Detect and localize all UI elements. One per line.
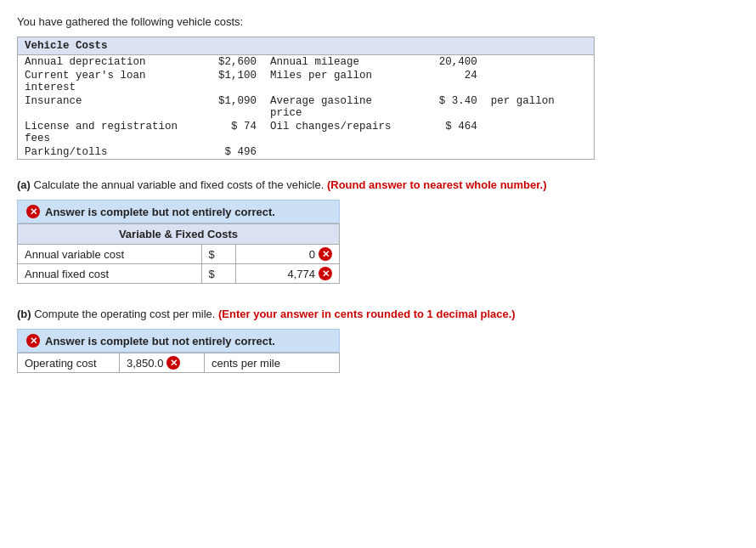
vfc-row-value: 0 ✕ <box>236 245 340 264</box>
vehicle-row-val1: $1,090 <box>187 94 263 120</box>
op-value-wrapper: 3,850.0 ✕ <box>127 356 180 370</box>
part-b-banner-text: Answer is complete but not entirely corr… <box>45 335 275 347</box>
vehicle-row-val2: $ 464 <box>416 120 484 145</box>
vfc-row-label: Annual fixed cost <box>18 264 202 284</box>
vehicle-table-row: Insurance $1,090 Average gasoline price … <box>18 94 595 120</box>
intro-text: You have gathered the following vehicle … <box>17 15 739 28</box>
op-value-cell: 3,850.0 ✕ <box>120 353 205 373</box>
vehicle-row-val1: $1,100 <box>187 69 263 94</box>
operating-cost-table: Operating cost 3,850.0 ✕ cents per mile <box>17 353 340 373</box>
vehicle-row-val2: 20,400 <box>416 55 484 70</box>
vehicle-row-label2: Oil changes/repairs <box>263 120 416 145</box>
part-b-label: (b) <box>17 308 31 320</box>
part-b-text: Compute the operating cost per mile. <box>34 308 218 320</box>
vehicle-row-val1: $ 496 <box>187 145 263 160</box>
vehicle-table-row: Annual depreciation $2,600 Annual mileag… <box>18 55 595 70</box>
vehicle-row-val3 <box>484 55 595 70</box>
part-b-section: (b) Compute the operating cost per mile.… <box>17 308 739 373</box>
error-icon-b: ✕ <box>26 334 40 347</box>
vehicle-row-label: Annual depreciation <box>18 55 188 70</box>
vehicle-row-val1: $ 74 <box>187 120 263 145</box>
vehicle-row-label: License and registration fees <box>18 120 188 145</box>
part-a-section: (a) Calculate the annual variable and fi… <box>17 178 739 284</box>
operating-cost-row: Operating cost 3,850.0 ✕ cents per mile <box>18 353 340 373</box>
vehicle-row-val2 <box>416 145 484 160</box>
vehicle-table-header: Vehicle Costs <box>18 37 595 55</box>
vehicle-row-val2: $ 3.40 <box>416 94 484 120</box>
vehicle-row-label2: Miles per gallon <box>263 69 416 94</box>
vfc-table-header: Variable & Fixed Costs <box>18 224 340 245</box>
vfc-row-dollar: $ <box>201 264 236 284</box>
part-a-answer-banner: ✕ Answer is complete but not entirely co… <box>17 200 340 223</box>
vehicle-row-label: Parking/tolls <box>18 145 188 160</box>
part-a-banner-text: Answer is complete but not entirely corr… <box>45 206 275 218</box>
vehicle-costs-table: Vehicle Costs Annual depreciation $2,600… <box>17 37 595 160</box>
vehicle-row-val3 <box>484 69 595 94</box>
vehicle-table-row: Parking/tolls $ 496 <box>18 145 595 160</box>
error-icon-a: ✕ <box>26 205 40 218</box>
part-a-heading: (a) Calculate the annual variable and fi… <box>17 178 739 191</box>
vehicle-row-label2: Average gasoline price <box>263 94 416 120</box>
vehicle-row-label2: Annual mileage <box>263 55 416 70</box>
vehicle-row-val1: $2,600 <box>187 55 263 70</box>
part-b-answer-banner: ✕ Answer is complete but not entirely co… <box>17 329 340 353</box>
vehicle-row-val3 <box>484 120 595 145</box>
part-a-label: (a) <box>17 178 31 191</box>
op-value: 3,850.0 <box>127 357 163 370</box>
vehicle-row-label: Insurance <box>18 94 188 120</box>
op-unit: cents per mile <box>205 353 340 373</box>
vfc-error-icon: ✕ <box>319 267 332 280</box>
vfc-row: Annual variable cost $ 0 ✕ <box>18 245 340 264</box>
vehicle-row-val3: per gallon <box>484 94 595 120</box>
op-label: Operating cost <box>18 353 120 373</box>
vehicle-row-label2 <box>263 145 416 160</box>
vehicle-row-val3 <box>484 145 595 160</box>
variable-fixed-costs-table: Variable & Fixed Costs Annual variable c… <box>17 223 340 284</box>
vehicle-row-label: Current year's loan interest <box>18 69 188 94</box>
vehicle-row-val2: 24 <box>416 69 484 94</box>
part-b-heading: (b) Compute the operating cost per mile.… <box>17 308 739 320</box>
vfc-row-value: 4,774 ✕ <box>236 264 340 284</box>
part-b-bold: (Enter your answer in cents rounded to 1… <box>218 308 516 320</box>
vfc-row-dollar: $ <box>201 245 236 264</box>
part-a-bold: (Round answer to nearest whole number.) <box>327 178 547 191</box>
vfc-error-icon: ✕ <box>319 247 332 261</box>
op-error-icon: ✕ <box>166 356 180 370</box>
vfc-row-label: Annual variable cost <box>18 245 202 264</box>
vehicle-table-row: Current year's loan interest $1,100 Mile… <box>18 69 595 94</box>
vehicle-table-row: License and registration fees $ 74 Oil c… <box>18 120 595 145</box>
vfc-row: Annual fixed cost $ 4,774 ✕ <box>18 264 340 284</box>
